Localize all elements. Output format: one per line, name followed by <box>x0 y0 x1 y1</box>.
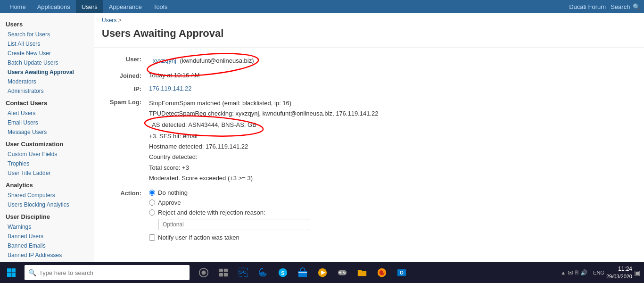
svg-point-7 <box>201 270 206 275</box>
spam-log-row: Spam Log: StopForumSpam matched (email: … <box>102 98 636 183</box>
sidebar-title-ladder[interactable]: User Title Ladder <box>0 168 94 178</box>
sidebar-email-users[interactable]: Email Users <box>0 118 94 127</box>
gamepad-icon[interactable] <box>334 264 351 281</box>
joined-row: Joined: Today at 10:16 AM <box>102 72 636 79</box>
search-label: Search <box>611 3 630 10</box>
nav-home[interactable]: Home <box>4 0 32 13</box>
task-view-svg <box>218 267 229 278</box>
sidebar-administrators[interactable]: Administrators <box>0 86 94 96</box>
svg-rect-3 <box>12 268 16 273</box>
volume-icon[interactable]: 🔊 <box>580 269 587 276</box>
sidebar-search-users[interactable]: Search for Users <box>0 30 94 39</box>
action-nothing-label: Do nothing <box>158 189 188 196</box>
action-approve-radio[interactable] <box>149 200 155 206</box>
sidebar-trophies[interactable]: Trophies <box>0 159 94 168</box>
notification-icon[interactable]: ▣ <box>634 269 640 276</box>
sidebar-moderators[interactable]: Moderators <box>0 77 94 86</box>
username-link[interactable]: xyxzqynj <box>153 57 176 64</box>
user-label: User: <box>102 55 149 63</box>
user-info-table: User: xyxzqynj (kwndufunt@onlineusa.biz) <box>94 55 644 241</box>
outlook-tray-icon[interactable]: ✉ <box>568 269 573 276</box>
cortana-icon[interactable] <box>195 264 212 281</box>
sidebar-section-customization: User Customization <box>0 137 94 150</box>
sidebar-section-discipline: User Discipline <box>0 209 94 222</box>
sidebar-message-users[interactable]: Message Users <box>0 127 94 137</box>
taskbar: 🔍  S <box>0 262 644 283</box>
action-options: Do nothing Approve Reject and delete wit… <box>149 189 636 241</box>
sidebar-banned-users[interactable]: Banned Users <box>0 232 94 241</box>
sys-tray-icons: ▲ ✉ ⎘ 🔊 <box>557 269 591 276</box>
user-value: xyxzqynj (kwndufunt@onlineusa.biz) <box>149 55 636 66</box>
lang-label: ENG <box>593 270 604 275</box>
sidebar-blocking-analytics[interactable]: Users Blocking Analytics <box>0 200 94 209</box>
action-reject-radio[interactable] <box>149 209 155 216</box>
breadcrumb-users-link[interactable]: Users <box>102 17 116 24</box>
search-magnifier-icon: 🔍 <box>28 269 36 276</box>
action-approve-option: Approve <box>149 199 636 206</box>
nav-appearance[interactable]: Appearance <box>103 0 148 13</box>
skype-svg: S <box>278 267 288 278</box>
action-label: Action: <box>102 189 149 197</box>
notify-checkbox[interactable] <box>149 234 155 241</box>
joined-value: Today at 10:16 AM <box>149 72 636 79</box>
spam-log-line-5: Country detected: <box>149 152 636 162</box>
media-svg <box>317 267 328 278</box>
task-view-icon[interactable] <box>215 264 232 281</box>
spam-log-line-2: AS detected: ASN43444, BNS-AS, GB <box>152 121 256 128</box>
outlook-svg: O <box>396 267 407 278</box>
sidebar-banned-emails[interactable]: Banned Emails <box>0 241 94 250</box>
action-row: Action: Do nothing Approve Reject and de… <box>102 189 636 241</box>
svg-rect-8 <box>219 269 223 272</box>
folder-icon[interactable] <box>354 264 371 281</box>
spam-log-value: StopForumSpam matched (email: blackliste… <box>149 98 636 183</box>
sidebar-warnings[interactable]: Warnings <box>0 222 94 232</box>
action-reject-option: Reject and delete with rejection reason: <box>149 209 636 216</box>
cortana-svg <box>198 267 209 278</box>
ip-value: 176.119.141.22 <box>149 85 636 92</box>
chevron-up-icon[interactable]: ▲ <box>561 270 566 275</box>
svg-rect-5 <box>12 273 16 277</box>
user-annotation-container: xyxzqynj (kwndufunt@onlineusa.biz) <box>149 55 258 66</box>
nav-users[interactable]: Users <box>76 0 103 13</box>
site-name: Ducati Forum <box>569 3 606 10</box>
svg-rect-4 <box>7 273 11 277</box>
sidebar-awaiting-approval[interactable]: Users Awaiting Approval <box>0 67 94 77</box>
search-link[interactable]: Search 🔍 <box>611 3 640 10</box>
sidebar-section-contact: Contact Users <box>0 96 94 108</box>
outlook-icon[interactable]: O <box>393 264 410 281</box>
firefox-icon[interactable] <box>373 264 390 281</box>
store-svg <box>297 267 308 278</box>
action-approve-label: Approve <box>158 199 181 206</box>
firefox-svg <box>377 267 387 278</box>
sidebar-custom-fields[interactable]: Custom User Fields <box>0 150 94 159</box>
skype-icon[interactable]: S <box>274 264 291 281</box>
sidebar-batch-update[interactable]: Batch Update Users <box>0 58 94 67</box>
media-icon[interactable] <box>314 264 331 281</box>
taskbar-search-input[interactable] <box>39 269 186 276</box>
sidebar-alert-users[interactable]: Alert Users <box>0 108 94 118</box>
sidebar-list-users[interactable]: List All Users <box>0 39 94 49</box>
edge-browser-icon[interactable] <box>255 264 272 281</box>
breadcrumb-separator: > <box>118 17 122 24</box>
gamepad-svg <box>337 267 347 278</box>
ip-link[interactable]: 176.119.141.22 <box>149 85 191 92</box>
spam-log-label: Spam Log: <box>102 98 149 106</box>
edge-icon[interactable]:  <box>235 264 252 281</box>
store-icon[interactable] <box>294 264 311 281</box>
sidebar-banned-ips[interactable]: Banned IP Addresses <box>0 250 94 260</box>
svg-point-21 <box>344 273 346 274</box>
rejection-reason-input[interactable] <box>158 219 309 230</box>
nav-applications[interactable]: Applications <box>32 0 76 13</box>
start-button[interactable] <box>0 262 23 283</box>
action-nothing-radio[interactable] <box>149 190 155 196</box>
network-icon[interactable]: ⎘ <box>575 269 578 276</box>
svg-rect-11 <box>224 273 228 276</box>
action-nothing-option: Do nothing <box>149 189 636 196</box>
sidebar-shared-computers[interactable]: Shared Computers <box>0 191 94 200</box>
nav-tools[interactable]: Tools <box>148 0 173 13</box>
sidebar-create-user[interactable]: Create New User <box>0 49 94 58</box>
user-row: User: xyxzqynj (kwndufunt@onlineusa.biz) <box>102 55 636 66</box>
edge-svg <box>258 267 268 278</box>
joined-label: Joined: <box>102 72 149 79</box>
taskbar-search-box[interactable]: 🔍 <box>25 265 190 280</box>
